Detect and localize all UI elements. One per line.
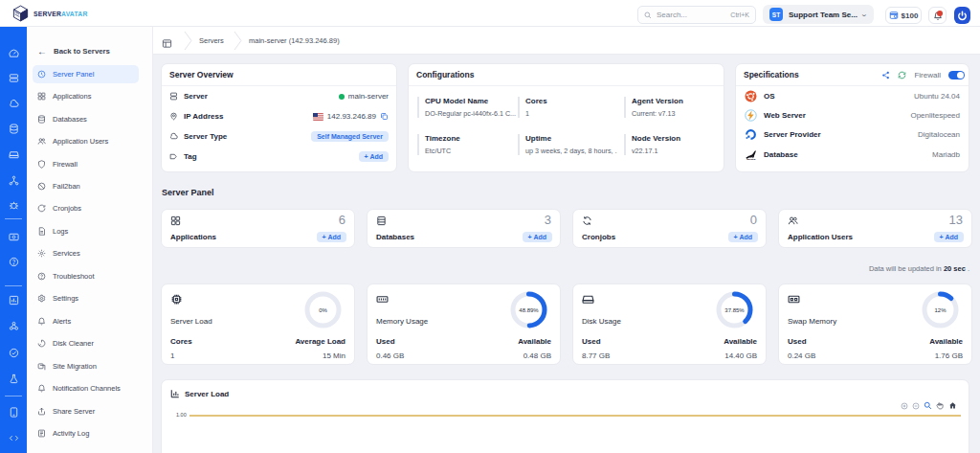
svg-text:MariaDB: MariaDB: [746, 158, 756, 160]
